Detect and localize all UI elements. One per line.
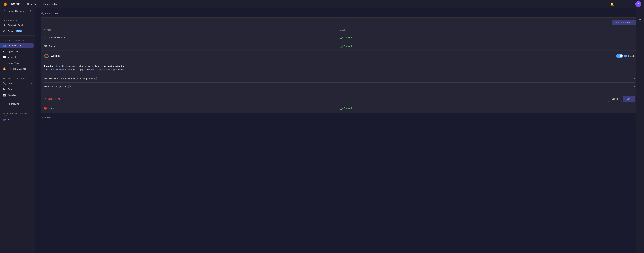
providers-header: Add new provider (41, 18, 638, 27)
cancel-button[interactable]: Cancel (608, 96, 622, 102)
run-left: ▶ Run (3, 88, 12, 91)
sidebar-item-run[interactable]: ▶ Run ▾ (0, 86, 35, 92)
provider-row-apple[interactable]: 🍎 Apple ✓ Enabled (41, 104, 638, 113)
phone-icon: ☎ (44, 44, 48, 48)
toggle-check-icon: ✓ (624, 54, 627, 57)
status-cell-apple: ✓ Enabled (340, 107, 636, 110)
web-sdk-info-icon[interactable]: i (68, 85, 70, 88)
user-avatar[interactable]: P (635, 1, 641, 7)
sidebar-item-all-products[interactable]: ⋯ All products (0, 101, 34, 107)
sidebar-link-idx[interactable]: IDX ↗ ? (0, 117, 35, 122)
toggle-container: ✓ Enable (616, 54, 635, 58)
status-col-header: Status (340, 29, 636, 31)
sidebar-item-app-check[interactable]: 🛡 App Check (0, 48, 34, 54)
help-btn[interactable]: ? (626, 1, 632, 7)
web-sdk-chevron-icon: ▾ (634, 85, 635, 88)
toggle-knob (620, 54, 622, 58)
sidebar-item-authentication[interactable]: 👥 Authentication (0, 42, 34, 48)
google-provider-name: Google (51, 54, 60, 58)
provider-row-phone[interactable]: ☎ Phone ✓ Enabled (41, 42, 638, 51)
build-left: 🔨 Build (3, 82, 12, 85)
whitelist-header[interactable]: Whitelist client IDs from external proje… (44, 76, 635, 80)
provider-row-email[interactable]: ✉ Email/Password ✓ Enabled (41, 33, 638, 42)
sidebar-item-firestore[interactable]: 🔥 Firestore Database (0, 66, 34, 72)
product-categories-label: Product categories (0, 75, 35, 80)
divider-5 (0, 108, 35, 108)
current-section: Authentication (43, 3, 58, 5)
status-icon-phone: ✓ (340, 45, 343, 48)
expand-icon: ▾ (31, 88, 32, 90)
sidebar: ⌂ Project Overview ⚙ Generative AI ✦ Bui… (0, 8, 35, 253)
sidebar-item-genkit[interactable]: ◎ Genkit NEW (0, 28, 34, 34)
provider-cell-apple: 🍎 Apple (44, 106, 340, 110)
external-link-icon: ↗ (8, 119, 9, 121)
google-logo-area: Google (44, 54, 60, 58)
idx-info-icon[interactable]: ? (10, 119, 12, 121)
expand-icon: ▾ (31, 82, 32, 84)
sidebar-item-messaging[interactable]: 💬 Messaging (0, 54, 34, 60)
sidebar-item-label: Analytics (8, 94, 16, 96)
important-text: To enable Google sign-in for your Androi… (56, 65, 102, 67)
for-each-app-text: for each app (go to (70, 68, 88, 71)
sidebar-item-label: Authentication (8, 44, 22, 47)
sidebar-item-label: Build (8, 82, 12, 84)
notifications-btn[interactable]: 🔔 (609, 1, 615, 7)
sidebar-item-build[interactable]: 🔨 Build ▾ (0, 80, 35, 86)
right-sidebar-help-btn[interactable]: ? (637, 18, 643, 24)
status-cell-phone: ✓ Enabled (340, 45, 636, 48)
save-button[interactable]: Save (623, 96, 635, 102)
sidebar-item-build-with-gemini[interactable]: ✦ Build with Gemini (0, 22, 34, 28)
divider-1 (0, 15, 35, 15)
debugview-icon: ⊙ (3, 62, 6, 64)
status-icon-email: ✓ (340, 36, 343, 39)
right-sidebar-sparkle-btn[interactable]: ✦ (637, 10, 643, 16)
whitelist-info-icon[interactable]: i (94, 77, 97, 80)
delete-provider-button[interactable]: 🗑 Delete provider (44, 98, 62, 100)
sparkle-btn[interactable]: ✦ (618, 1, 624, 7)
google-g-icon (44, 54, 49, 58)
important-note: Important: To enable Google sign-in for … (44, 64, 635, 72)
sha1-link[interactable]: SHA-1 release fingerprint (44, 68, 69, 71)
whitelist-label: Whitelist client IDs from external proje… (44, 77, 94, 80)
run-icon: ▶ (3, 88, 6, 91)
firebase-wordmark: Firebase (9, 2, 20, 6)
status-text-phone: Enabled (344, 45, 352, 48)
google-panel-footer: 🗑 Delete provider Cancel Save (41, 94, 638, 104)
sidebar-item-analytics[interactable]: 📊 Analytics ▾ (0, 92, 35, 98)
project-selector[interactable]: eSHop Pro ▾ (24, 2, 41, 6)
gemini-icon: ✦ (3, 24, 6, 27)
must-provide-text: you must provide the (102, 65, 124, 67)
build-icon: 🔨 (3, 82, 6, 85)
project-shortcuts-label: Project shortcuts (0, 37, 35, 42)
genkit-badge: NEW (16, 30, 22, 32)
google-enable-toggle[interactable] (616, 54, 623, 58)
web-sdk-header[interactable]: Web SDK configuration i ▾ (44, 84, 635, 88)
sidebar-item-label: Project Overview (8, 10, 24, 12)
sidebar-item-label: Run (8, 88, 12, 90)
sidebar-item-debugview[interactable]: ⊙ DebugView (0, 60, 34, 66)
settings-icon[interactable]: ⚙ (29, 10, 31, 12)
section-title: Sign-in providers (40, 12, 639, 15)
provider-cell-email: ✉ Email/Password (44, 35, 340, 39)
your-apps-section-text: > Your apps section). (104, 68, 124, 71)
status-text-apple: Enabled (344, 107, 352, 110)
provider-name-email: Email/Password (49, 36, 65, 38)
add-new-provider-button[interactable]: Add new provider (612, 20, 636, 25)
sidebar-item-label: Messaging (8, 56, 18, 58)
idx-label: IDX (3, 118, 6, 121)
messaging-icon: 💬 (3, 56, 6, 59)
provider-name-apple: Apple (49, 107, 55, 110)
project-settings-link[interactable]: Project settings (88, 68, 103, 71)
analytics-left: 📊 Analytics (3, 94, 16, 97)
google-panel-header: Google ✓ Enable (41, 51, 638, 61)
provider-cell-phone: ☎ Phone (44, 44, 340, 48)
sidebar-item-label: All products (8, 102, 19, 105)
sidebar-item-label: DebugView (8, 62, 19, 64)
firestore-icon: 🔥 (3, 67, 6, 70)
sidebar-item-project-overview[interactable]: ⌂ Project Overview ⚙ (0, 8, 34, 14)
genkit-icon: ◎ (3, 30, 6, 33)
web-sdk-section: Web SDK configuration i ▾ (44, 82, 635, 90)
generative-ai-label: Generative AI (0, 16, 35, 22)
status-text-email: Enabled (344, 36, 352, 38)
topbar-right: 🔔 ✦ ? P (609, 1, 641, 7)
